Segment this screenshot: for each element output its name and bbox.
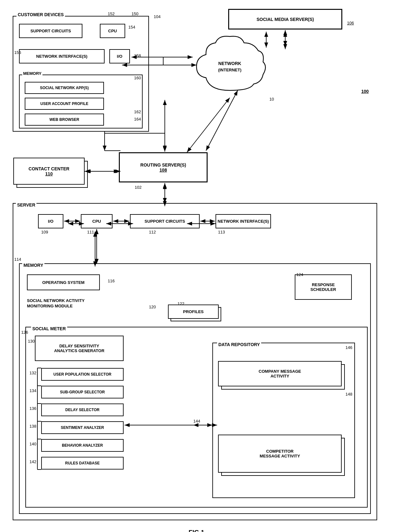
ref-136: 136: [29, 406, 36, 411]
server-network-interface-label: NETWORK INTERFACE(S): [218, 219, 269, 224]
memory-label-top: MEMORY: [22, 71, 42, 76]
ref-156: 156: [14, 50, 21, 55]
social-meter-label: SOCIAL METER: [31, 326, 67, 331]
social-network-apps-box: SOCIAL NETWORK APP(S): [25, 82, 104, 94]
customer-devices-label: CUSTOMER DEVICES: [16, 12, 65, 17]
ref-160: 160: [134, 76, 141, 80]
sub-group-selector-box: SUB-GROUP SELECTOR: [41, 386, 124, 398]
ref-120: 120: [149, 305, 156, 309]
ref-10: 10: [269, 97, 274, 102]
rules-database-label: RULES DATABASE: [65, 461, 100, 465]
ref-102: 102: [135, 185, 142, 190]
user-account-profile-label: USER ACCOUNT PROFILE: [40, 102, 88, 106]
svg-text:NETWORK: NETWORK: [218, 61, 241, 66]
server-support-circuits-box: SUPPORT CIRCUITS: [130, 214, 200, 228]
server-support-circuits-label: SUPPORT CIRCUITS: [145, 219, 185, 224]
profiles-label: PROFILES: [183, 309, 203, 314]
operating-system-box: OPERATING SYSTEM: [27, 274, 100, 290]
support-circuits-label-top: SUPPORT CIRCUITS: [30, 29, 71, 33]
delay-selector-box: DELAY SELECTOR: [41, 404, 124, 416]
ref-113: 113: [218, 230, 225, 234]
ref-100: 100: [361, 89, 369, 94]
social-network-monitoring-text: SOCIAL NETWORK ACTIVITY MONITORING MODUL…: [27, 298, 128, 309]
ref-134: 134: [29, 388, 36, 393]
server-network-interface-box: NETWORK INTERFACE(S): [216, 214, 271, 228]
contact-center-ref: 110: [45, 171, 53, 176]
ref-146: 146: [345, 345, 352, 350]
contact-center-label: CONTACT CENTER: [29, 166, 69, 171]
user-account-profile-box: USER ACCOUNT PROFILE: [25, 98, 104, 110]
figure-label: FIG 1: [10, 529, 383, 532]
ref-140: 140: [29, 442, 36, 446]
routing-server-box: ROUTING SERVER(S) 108: [119, 152, 208, 182]
user-population-selector-label: USER POPULATION SELECTOR: [54, 372, 112, 377]
server-io-box: I/O: [38, 214, 63, 228]
cpu-label-top: CPU: [108, 29, 117, 33]
response-scheduler-box: RESPONSE SCHEDULER: [295, 274, 352, 300]
io-box-top: I/O: [109, 49, 130, 63]
ref-114: 114: [14, 257, 21, 262]
company-message-label: COMPANY MESSAGE ACTIVITY: [259, 369, 301, 378]
ref-130: 130: [28, 339, 35, 344]
ref-164: 164: [134, 117, 141, 122]
behavior-analyzer-box: BEHAVIOR ANALYZER: [41, 439, 124, 452]
rules-database-box: RULES DATABASE: [41, 457, 124, 470]
ref-158: 158: [134, 53, 141, 58]
server-cpu-box: CPU: [81, 214, 113, 228]
web-browser-box: WEB BROWSER: [25, 114, 104, 126]
support-circuits-box-top: SUPPORT CIRCUITS: [19, 24, 82, 38]
sentiment-analyzer-label: SENTIMENT ANALYZER: [61, 425, 104, 430]
ref-111: 111: [87, 230, 94, 234]
contact-center-box: CONTACT CENTER 110: [13, 158, 85, 185]
company-message-box: COMPANY MESSAGE ACTIVITY: [218, 361, 342, 386]
svg-text:(INTERNET): (INTERNET): [218, 68, 242, 72]
delay-selector-label: DELAY SELECTOR: [65, 408, 100, 412]
delay-sensitivity-label: DELAY SENSITIVITY ANALYTICS GENERATOR: [54, 344, 105, 353]
sentiment-analyzer-box: SENTIMENT ANALYZER: [41, 421, 124, 434]
ref-112: 112: [149, 230, 156, 234]
server-label: SERVER: [16, 202, 36, 207]
routing-server-label: ROUTING SERVER(S): [140, 162, 186, 167]
ref-124: 124: [296, 272, 303, 277]
response-scheduler-label: RESPONSE SCHEDULER: [311, 282, 336, 292]
social-network-apps-label: SOCIAL NETWORK APP(S): [40, 86, 89, 90]
ref-142: 142: [29, 459, 36, 464]
social-media-server-box: SOCIAL MEDIA SERVER(S): [228, 9, 342, 30]
ref-104: 104: [154, 14, 161, 19]
ref-116: 116: [108, 279, 115, 283]
competitor-message-label: COMPETITOR MESSAGE ACTIVITY: [260, 449, 300, 458]
social-network-monitoring-label: SOCIAL NETWORK ACTIVITY MONITORING MODUL…: [27, 298, 128, 309]
ref-122: 122: [177, 301, 184, 306]
ref-162: 162: [134, 109, 141, 114]
ref-126: 126: [21, 330, 28, 335]
svg-line-39: [187, 98, 230, 152]
ref-154: 154: [128, 25, 135, 30]
operating-system-label: OPERATING SYSTEM: [42, 280, 84, 285]
routing-server-ref: 108: [159, 167, 167, 173]
cloud-shape: NETWORK (INTERNET): [193, 32, 266, 98]
ref-109: 109: [41, 230, 48, 234]
memory-section-label: MEMORY: [22, 263, 44, 268]
ref-148: 148: [345, 392, 352, 397]
delay-sensitivity-box: DELAY SENSITIVITY ANALYTICS GENERATOR: [35, 336, 124, 361]
ref-150: 150: [132, 11, 139, 16]
ref-106: 106: [347, 21, 354, 25]
competitor-message-box: COMPETITOR MESSAGE ACTIVITY: [218, 435, 342, 473]
ref-144: 144: [193, 419, 200, 424]
server-cpu-label: CPU: [92, 219, 101, 224]
ref-138: 138: [29, 424, 36, 429]
sub-group-selector-label: SUB-GROUP SELECTOR: [60, 390, 105, 394]
io-label-top: I/O: [117, 54, 122, 59]
data-repository-label: DATA REPOSITORY: [217, 342, 261, 347]
server-io-label: I/O: [48, 219, 53, 224]
user-population-selector-box: USER POPULATION SELECTOR: [41, 368, 124, 381]
cpu-box-top: CPU: [100, 24, 125, 38]
svg-line-6: [206, 90, 238, 151]
network-interface-label-top: NETWORK INTERFACE(S): [36, 54, 87, 59]
social-media-server-label: SOCIAL MEDIA SERVER(S): [257, 17, 314, 22]
network-interface-box-top: NETWORK INTERFACE(S): [19, 49, 105, 63]
ref-152: 152: [108, 11, 115, 16]
behavior-analyzer-label: BEHAVIOR ANALYZER: [62, 443, 103, 448]
profiles-box: PROFILES: [168, 305, 219, 319]
web-browser-label: WEB BROWSER: [49, 117, 79, 122]
